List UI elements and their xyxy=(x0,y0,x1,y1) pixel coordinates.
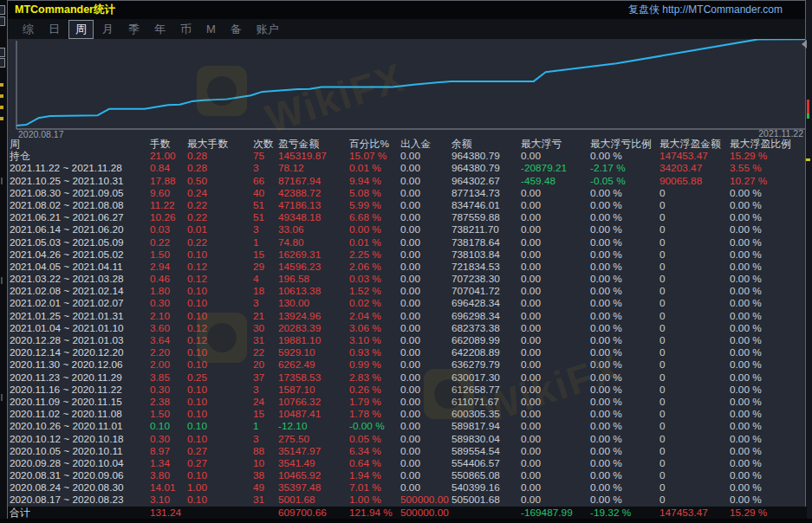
value-cell: 10465.92 xyxy=(278,469,349,481)
menu-item-7[interactable]: 币 xyxy=(174,21,198,38)
value-cell: 1.52 % xyxy=(349,285,400,297)
table-row[interactable]: 2021.03.22 ~ 2021.03.280.460.124196.580.… xyxy=(8,273,807,285)
table-row[interactable]: 2021.08.02 ~ 2021.08.0811.220.225147186.… xyxy=(8,199,807,211)
menu-item-6[interactable]: 年 xyxy=(148,21,172,38)
value-cell: 0.64 % xyxy=(349,457,400,469)
table-row[interactable]: 2021.10.25 ~ 2021.10.3117.880.506687167.… xyxy=(8,175,807,187)
column-header: 盈亏金额 xyxy=(278,138,349,150)
table-row[interactable]: 2020.11.16 ~ 2020.11.220.300.1031587.100… xyxy=(8,384,807,396)
table-row[interactable]: 2020.08.24 ~ 2020.08.3014.011.004935397.… xyxy=(8,481,807,494)
value-cell: -0.05 % xyxy=(590,175,659,187)
value-cell: 17358.53 xyxy=(278,371,349,384)
table-row[interactable]: 2020.11.23 ~ 2020.11.293.850.253717358.5… xyxy=(8,371,807,384)
table-row[interactable]: 2021.06.21 ~ 2021.06.2710.260.225149348.… xyxy=(8,211,807,223)
value-cell: 0.00 xyxy=(400,445,451,457)
table-row[interactable]: 2020.11.02 ~ 2020.11.081.500.101510487.4… xyxy=(8,408,807,420)
value-cell: 0.00 % xyxy=(730,199,807,211)
menu-item-5[interactable]: 季 xyxy=(122,21,146,38)
value-cell: 0.10 xyxy=(187,469,253,481)
table-row[interactable]: 2020.08.31 ~ 2020.09.063.800.103810465.9… xyxy=(8,469,807,481)
period-cell: 2020.10.26 ~ 2020.11.01 xyxy=(10,420,150,432)
value-cell: 0.00 xyxy=(400,457,451,469)
background-marker xyxy=(1,178,3,184)
table-row[interactable]: 2021.04.26 ~ 2021.05.021.500.101516269.3… xyxy=(8,249,807,261)
value-cell: 0.10 xyxy=(187,433,253,445)
value-cell: 0.00 % xyxy=(730,322,807,334)
value-cell: 0.00 xyxy=(521,396,590,408)
value-cell: 3 xyxy=(253,384,278,396)
table-row[interactable]: 2020.12.14 ~ 2020.12.202.200.10225929.10… xyxy=(8,346,807,358)
table-row[interactable]: 2021.02.08 ~ 2021.02.141.800.101810613.3… xyxy=(8,285,807,297)
table-row[interactable]: 2020.09.28 ~ 2020.10.041.340.27103541.49… xyxy=(8,457,807,469)
table-row[interactable]: 2020.10.05 ~ 2020.10.118.970.278835147.9… xyxy=(8,445,807,457)
menu-item-4[interactable]: 月 xyxy=(96,21,120,38)
value-cell: 3 xyxy=(253,433,278,445)
value-cell: 1.80 xyxy=(150,285,187,297)
menu-item-2[interactable]: 日 xyxy=(42,21,66,38)
value-cell: 0.00 xyxy=(400,187,451,199)
value-cell: 1.34 xyxy=(150,457,187,469)
value-cell: 0.00 xyxy=(521,285,590,297)
menu-item-10[interactable]: 账户 xyxy=(250,21,285,38)
brand-link[interactable]: 复盘侠 http://MTCommander.com xyxy=(628,3,798,17)
total-row[interactable]: 合计131.24609700.66121.94 %500000.00-16948… xyxy=(8,507,807,519)
value-cell: 0.25 xyxy=(187,371,253,384)
value-cell: 0 xyxy=(659,199,730,211)
table-row[interactable]: 2020.08.17 ~ 2020.08.233.100.10315001.68… xyxy=(8,494,807,506)
equity-curve xyxy=(8,39,807,138)
background-app-left-strip xyxy=(0,0,7,523)
value-cell: 0.00 % xyxy=(590,384,659,396)
table-row[interactable]: 持仓21.000.2875145319.8715.07 %0.00964380.… xyxy=(8,150,807,162)
value-cell: 10 xyxy=(253,457,278,469)
table-row[interactable]: 2021.01.25 ~ 2021.01.312.100.102113924.9… xyxy=(8,310,807,322)
value-cell: 0.22 xyxy=(150,236,187,249)
value-cell: 0.30 xyxy=(150,297,187,309)
value-cell: 0.00 xyxy=(400,408,451,420)
table-row[interactable]: 2021.06.14 ~ 2021.06.200.030.01333.060.0… xyxy=(8,223,807,236)
value-cell: 0.00 % xyxy=(590,420,659,432)
table-row[interactable]: 2021.08.30 ~ 2021.09.059.600.244042388.7… xyxy=(8,187,807,199)
value-cell: 0.00 % xyxy=(730,236,807,249)
value-cell: 0.84 xyxy=(150,162,187,174)
table-row[interactable]: 2021.04.05 ~ 2021.04.112.940.122914596.2… xyxy=(8,261,807,273)
table-row[interactable]: 2020.10.12 ~ 2020.10.180.300.103275.500.… xyxy=(8,433,807,445)
scroll-arrow-icon[interactable] xyxy=(802,40,807,48)
table-row[interactable]: 2020.11.09 ~ 2020.11.152.380.102410766.3… xyxy=(8,396,807,408)
value-cell: 1.50 xyxy=(150,249,187,261)
value-cell: 0.00 xyxy=(521,310,590,322)
value-cell: 1.00 xyxy=(187,481,253,494)
value-cell: 877134.73 xyxy=(451,187,521,199)
table-row[interactable]: 2020.10.26 ~ 2020.11.010.100.101-12.10-0… xyxy=(8,420,807,432)
value-cell: 196.58 xyxy=(278,273,349,285)
table-row[interactable]: 2020.12.28 ~ 2021.01.033.640.123119881.1… xyxy=(8,334,807,346)
value-cell: 16269.31 xyxy=(278,249,349,261)
value-cell: 0 xyxy=(659,236,730,249)
period-cell: 2021.01.04 ~ 2021.01.10 xyxy=(10,322,150,334)
table-row[interactable]: 2021.02.01 ~ 2021.02.070.300.103130.000.… xyxy=(8,297,807,309)
value-cell: 0.00 % xyxy=(590,433,659,445)
table-row[interactable]: 2021.01.04 ~ 2021.01.103.600.123020283.3… xyxy=(8,322,807,334)
menu-item-8[interactable]: M xyxy=(200,22,222,36)
table-row[interactable]: 2020.11.30 ~ 2020.12.062.000.10206262.49… xyxy=(8,358,807,371)
value-cell: 3541.49 xyxy=(278,457,349,469)
table-row[interactable]: 2021.05.03 ~ 2021.05.090.220.22174.800.0… xyxy=(8,236,807,249)
period-cell: 2021.06.21 ~ 2021.06.27 xyxy=(10,211,150,223)
period-cell: 2020.11.09 ~ 2020.11.15 xyxy=(10,396,150,408)
background-toolbar-button-icon xyxy=(0,48,5,57)
background-toolbar-button-icon xyxy=(0,5,5,15)
period-cell: 2020.10.05 ~ 2020.10.11 xyxy=(10,445,150,457)
title-bar[interactable]: MTCommander统计 复盘侠 http://MTCommander.com xyxy=(8,1,805,19)
menu-item-3[interactable]: 周 xyxy=(68,20,94,39)
value-cell: 3.60 xyxy=(150,322,187,334)
period-cell: 2021.02.01 ~ 2021.02.07 xyxy=(10,297,150,309)
menu-item-1[interactable]: 综 xyxy=(16,21,40,38)
value-cell: 3.64 xyxy=(150,334,187,346)
value-cell: 0 xyxy=(659,346,730,358)
value-cell: 964380.79 xyxy=(451,150,521,162)
value-cell: 15 xyxy=(253,408,278,420)
value-cell: 75 xyxy=(253,150,278,162)
value-cell: 2.20 xyxy=(150,346,187,358)
menu-item-9[interactable]: 备 xyxy=(224,21,248,38)
table-row[interactable]: 2021.11.22 ~ 2021.11.280.840.28378.120.0… xyxy=(8,162,807,174)
background-toolbar-button-icon xyxy=(0,58,5,68)
